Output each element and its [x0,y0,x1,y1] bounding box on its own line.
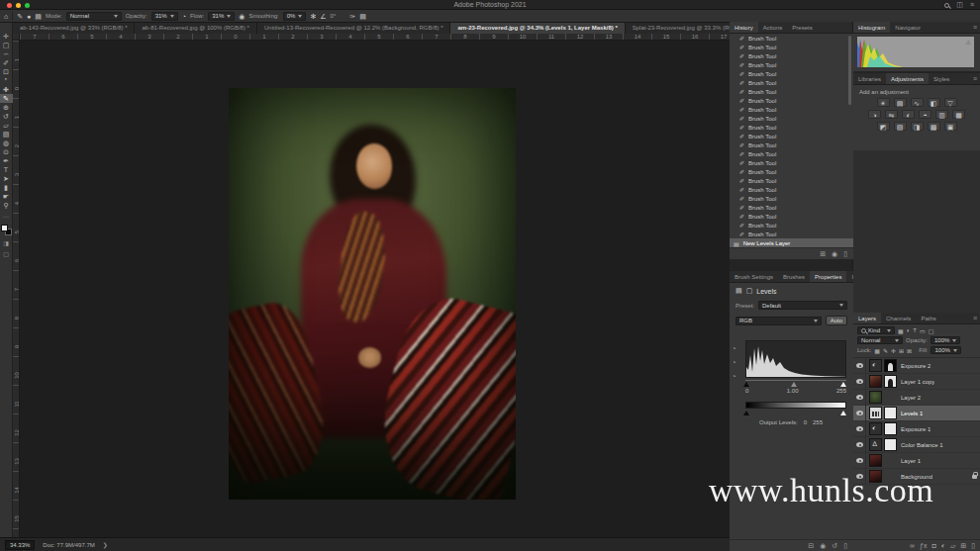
input-mid-value[interactable]: 1.00 [787,388,799,394]
adjustment-icon[interactable]: ▧ [894,122,907,131]
adjustment-icon[interactable]: ▥ [935,110,948,119]
home-icon[interactable]: ⌂ [4,11,8,22]
document-tab[interactable]: ab-81-Recovered.jpg @ 100% (RGB/8) * [135,23,256,34]
layer-filter-icon[interactable]: ▢ [929,327,934,334]
history-state-row[interactable]: ✐ Brush Tool [730,194,853,203]
input-highlight-slider[interactable] [840,382,846,387]
blend-mode-dropdown[interactable]: Normal [857,336,903,344]
panel-tab[interactable]: Layers [853,313,881,323]
tool-button[interactable]: ✐ [0,58,13,67]
adjustment-icon[interactable]: ▤ [894,98,907,107]
pen-pressure-size-icon[interactable]: ✑ [349,11,355,22]
levels-histogram[interactable] [745,340,846,378]
pen-pressure-opacity-icon[interactable]: ◔ [182,11,186,22]
panel-tab[interactable]: Presets [787,22,817,33]
layers-footer-icon[interactable]: ◘ [931,542,935,549]
layer-thumbnail[interactable] [870,439,881,450]
input-high-value[interactable]: 255 [836,388,846,394]
tool-button[interactable]: ✛ [0,32,13,41]
history-footer-icon[interactable]: ◉ [832,250,837,258]
lock-icon[interactable]: ⊠ [907,347,912,354]
screen-mode-icon[interactable]: ▢ [3,250,9,257]
input-shadow-slider[interactable] [743,382,749,387]
properties-footer-icon[interactable]: ▯ [843,542,847,550]
color-swatches[interactable] [1,225,12,235]
properties-footer-icon[interactable]: ⊟ [808,542,814,550]
layer-name[interactable]: Exposure 1 [901,426,931,432]
tool-button[interactable]: T [0,165,13,174]
titlebar-icon[interactable]: ◫ [956,1,963,9]
history-state-row[interactable]: ✐ Brush Tool [730,105,853,114]
output-high-value[interactable]: 255 [813,419,823,425]
eyedropper-icon[interactable]: ❜ [731,358,736,364]
layer-mask-thumbnail[interactable] [885,376,896,387]
layers-footer-icon[interactable]: ⊞ [960,542,966,550]
eyedropper-icon[interactable]: ❜ [731,372,736,378]
layers-footer-icon[interactable]: ▯ [971,542,975,550]
layer-visibility-eye-icon[interactable] [853,406,866,421]
layer-row[interactable]: Layer 2 [853,390,980,406]
layer-visibility-eye-icon[interactable] [853,390,866,406]
history-state-row[interactable]: ✐ Brush Tool [730,221,853,230]
layer-mask-thumbnail[interactable] [885,423,896,434]
history-state-row[interactable]: ✐ Brush Tool [730,185,853,194]
document-tab[interactable]: ab-143-Recovered.jpg @ 33% (RGB/8) * [13,23,135,34]
layer-row[interactable]: Layer 1 [853,453,980,469]
history-scrollbar[interactable] [848,36,851,105]
history-state-row[interactable]: ✐ Brush Tool [730,78,853,87]
panel-tab[interactable]: Navigator [890,22,926,33]
layer-row[interactable]: Color Balance 1 [853,437,980,453]
cached-data-warning-icon[interactable]: ⚠ [966,39,971,46]
adjustment-icon[interactable]: ▩ [928,122,940,131]
adjustment-icon[interactable]: ☀ [877,98,890,107]
layers-footer-icon[interactable]: ◐ [941,542,945,549]
layer-name[interactable]: Levels 1 [901,411,923,416]
flow-dropdown[interactable]: 31% [208,12,235,21]
layer-mask-thumbnail[interactable] [885,439,896,450]
adjustment-icon[interactable]: ∿ [911,98,924,107]
history-state-row[interactable]: ✐ Brush Tool [730,176,853,185]
adjustment-icon[interactable]: ◓ [919,110,931,119]
ruler-corner[interactable] [13,34,20,41]
tool-button[interactable]: ❜ [0,76,13,85]
layers-footer-icon[interactable]: ƒx [920,542,927,549]
layers-footer-icon[interactable]: ∞ [910,542,915,549]
tool-button[interactable]: ✚ [0,85,13,94]
history-state-row[interactable]: ✐ Brush Tool [730,149,853,158]
history-state-row[interactable]: ✐ Brush Tool [730,167,853,176]
layer-visibility-eye-icon[interactable] [853,421,866,437]
adjustment-icon[interactable]: ◩ [877,122,890,131]
brush-preset-picker-icon[interactable]: ● [27,11,31,22]
panel-tab[interactable]: Histogram [853,22,890,33]
channel-dropdown[interactable]: RGB [735,317,822,325]
preset-dropdown[interactable]: Default [758,301,847,310]
history-state-row[interactable]: ✐ Brush Tool [730,60,853,69]
history-state-row[interactable]: ✐ Brush Tool [730,123,853,132]
input-low-value[interactable]: 0 [745,388,748,394]
tool-button[interactable]: ▨ [0,130,13,138]
history-state-row[interactable]: ✐ Brush Tool [730,87,853,96]
tool-button[interactable]: ✒ [0,156,13,165]
history-state-row[interactable]: ✐ Brush Tool [730,140,853,149]
edit-toolbar-icon[interactable]: ⋯ [3,213,9,220]
layer-filter-icon[interactable]: T [913,327,917,334]
panel-menu-icon[interactable]: ≡ [973,73,980,84]
layer-thumbnail[interactable] [870,455,881,466]
panel-tab[interactable]: Brush Settings [730,271,778,282]
titlebar-icon[interactable]: ≡ [970,1,974,9]
tool-button[interactable]: ⊙ [0,147,13,156]
lock-icon[interactable]: ⊞ [899,347,904,354]
document-tab[interactable]: Untitled-13-Recovered-Recovered @ 12.2% … [257,23,451,34]
layer-opacity-dropdown[interactable]: 100% [931,336,960,344]
smoothing-options-gear-icon[interactable]: ✻ [310,11,316,22]
panel-tab[interactable]: Properties [810,271,846,282]
zoom-level-field[interactable]: 34.33% [5,540,35,550]
panel-tab[interactable]: Libraries [853,73,886,84]
opacity-dropdown[interactable]: 31% [151,12,178,21]
output-low-value[interactable]: 0 [804,419,807,425]
output-levels-gradient[interactable] [745,402,846,409]
output-shadow-slider[interactable] [743,411,749,415]
history-state-row[interactable]: ✐ Brush Tool [730,132,853,140]
tool-button[interactable]: ⊡ [0,67,13,76]
history-state-row-selected[interactable]: ▤ New Levels Layer [730,238,853,247]
